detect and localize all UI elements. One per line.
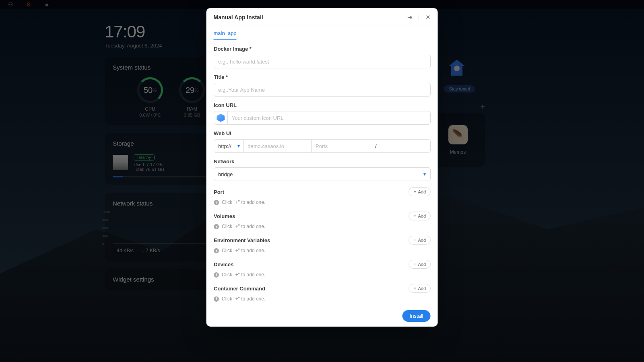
label-devices: Devices <box>214 261 233 267</box>
cube-icon <box>217 114 225 122</box>
tab-main-app[interactable]: main_app <box>214 30 237 40</box>
title-input[interactable] <box>214 83 431 97</box>
label-volumes: Volumes <box>214 213 235 219</box>
protocol-select[interactable]: http:// ▾ <box>214 139 244 153</box>
add-port-button[interactable]: Add <box>409 187 431 196</box>
label-title: Title * <box>214 74 431 80</box>
install-modal: Manual App Install ⇥ | ✕ main_app Docker… <box>206 8 438 327</box>
info-icon: i <box>214 272 219 278</box>
label-network: Network <box>214 158 431 165</box>
add-env-button[interactable]: Add <box>409 236 431 245</box>
add-volume-button[interactable]: Add <box>409 212 431 220</box>
label-env: Environment Variables <box>214 237 270 243</box>
close-icon[interactable]: ✕ <box>425 14 431 21</box>
icon-preview <box>214 111 227 125</box>
modal-title: Manual App Install <box>214 14 263 21</box>
import-icon[interactable]: ⇥ <box>407 14 413 21</box>
icon-url-input[interactable] <box>227 111 430 125</box>
info-icon: i <box>214 296 219 302</box>
info-icon: i <box>214 248 219 253</box>
chevron-down-icon: ▾ <box>237 143 240 149</box>
info-icon: i <box>214 224 219 229</box>
path-input[interactable] <box>371 139 431 153</box>
label-icon-url: Icon URL <box>214 102 431 108</box>
label-cmd: Container Command <box>214 286 265 292</box>
docker-image-input[interactable] <box>214 55 431 68</box>
host-input[interactable] <box>244 139 312 153</box>
add-cmd-button[interactable]: Add <box>409 284 431 293</box>
port-input[interactable] <box>312 139 371 153</box>
label-webui: Web UI <box>214 130 431 136</box>
info-icon: i <box>214 200 219 205</box>
port-hint: i Click "+" to add one. <box>214 200 431 205</box>
network-select[interactable]: bridge <box>214 167 431 181</box>
label-docker-image: Docker Image * <box>214 46 431 52</box>
install-button[interactable]: Install <box>402 310 431 322</box>
add-device-button[interactable]: Add <box>409 260 431 269</box>
label-port: Port <box>214 189 224 195</box>
